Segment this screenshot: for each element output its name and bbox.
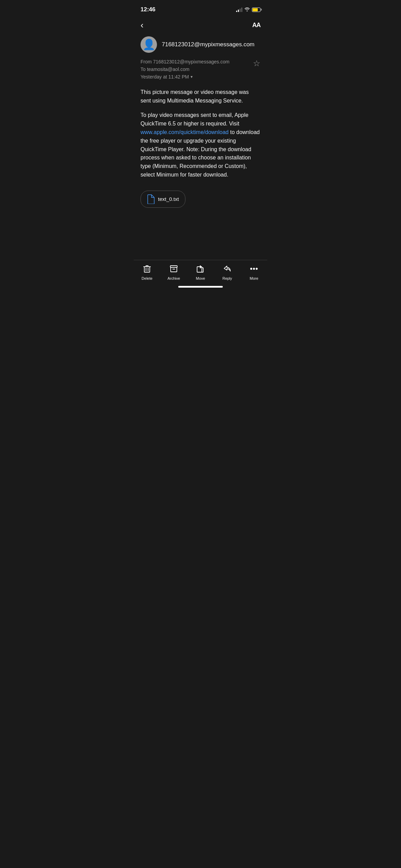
email-body: This picture message or video message wa… bbox=[134, 81, 267, 237]
delete-button[interactable]: Delete bbox=[137, 264, 157, 280]
battery-icon: ⚡ bbox=[252, 8, 260, 12]
attachment-name: text_0.txt bbox=[158, 196, 179, 202]
delete-icon bbox=[143, 264, 151, 275]
status-time: 12:46 bbox=[141, 6, 155, 13]
reply-button[interactable]: Reply bbox=[217, 264, 238, 280]
to-field: To teamosita@aol.com bbox=[141, 65, 229, 73]
nav-bar: ‹ AA bbox=[134, 17, 267, 35]
more-button[interactable]: More bbox=[244, 264, 264, 280]
svg-rect-0 bbox=[144, 267, 150, 272]
attachment-button[interactable]: text_0.txt bbox=[141, 191, 185, 208]
email-meta: From 7168123012@mypixmessages.com To tea… bbox=[134, 58, 267, 81]
avatar: 👤 bbox=[141, 36, 157, 53]
from-field: From 7168123012@mypixmessages.com bbox=[141, 58, 229, 65]
sender-name: 7168123012@mypixmessages.com bbox=[162, 41, 255, 48]
back-button[interactable]: ‹ bbox=[141, 21, 144, 29]
paragraph-2-start: To play video messages sent to email, Ap… bbox=[141, 112, 248, 126]
reply-label: Reply bbox=[222, 276, 232, 280]
paragraph-2-end: to download the free player or upgrade y… bbox=[141, 129, 260, 178]
svg-point-7 bbox=[256, 268, 257, 269]
chevron-down-icon[interactable]: ▾ bbox=[191, 74, 193, 79]
move-button[interactable]: Move bbox=[190, 264, 211, 280]
paragraph-1: This picture message or video message wa… bbox=[141, 88, 260, 105]
svg-rect-3 bbox=[170, 266, 177, 267]
more-icon bbox=[250, 264, 258, 275]
font-size-button[interactable]: AA bbox=[252, 22, 260, 29]
quicktime-link[interactable]: www.apple.com/quicktime/download bbox=[141, 129, 229, 135]
reply-icon bbox=[223, 264, 232, 275]
svg-point-5 bbox=[251, 268, 252, 269]
delete-label: Delete bbox=[142, 276, 153, 280]
status-icons: ⚡ bbox=[236, 7, 260, 12]
status-bar: 12:46 ⚡ bbox=[134, 0, 267, 17]
home-indicator bbox=[134, 283, 267, 289]
person-icon: 👤 bbox=[143, 39, 155, 50]
move-label: Move bbox=[196, 276, 205, 280]
archive-button[interactable]: Archive bbox=[163, 264, 184, 280]
file-icon bbox=[147, 194, 155, 204]
archive-label: Archive bbox=[168, 276, 180, 280]
svg-point-6 bbox=[253, 268, 255, 269]
date-field: Yesterday at 11:42 PM bbox=[141, 74, 189, 80]
email-header: 👤 7168123012@mypixmessages.com bbox=[134, 35, 267, 58]
body-text: This picture message or video message wa… bbox=[141, 88, 260, 179]
move-icon bbox=[196, 264, 205, 275]
archive-icon bbox=[169, 264, 178, 275]
signal-icon bbox=[236, 7, 242, 12]
home-bar bbox=[178, 286, 223, 288]
wifi-icon bbox=[244, 7, 250, 12]
bottom-toolbar: Delete Archive Move Reply bbox=[134, 260, 267, 283]
paragraph-2: To play video messages sent to email, Ap… bbox=[141, 111, 260, 179]
more-label: More bbox=[250, 276, 258, 280]
star-button[interactable]: ☆ bbox=[253, 59, 260, 68]
